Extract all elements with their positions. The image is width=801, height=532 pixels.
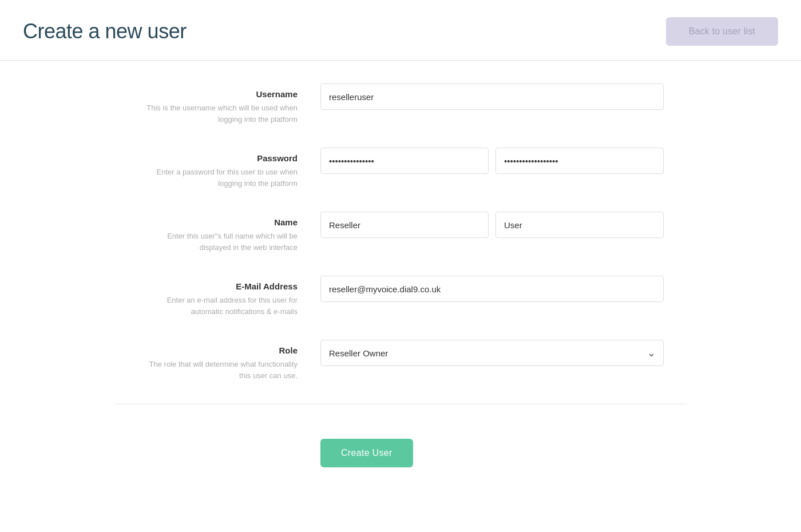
password-description: Enter a password for this user to use wh…	[157, 168, 298, 188]
name-description: Enter this user"s full name which will b…	[167, 232, 298, 252]
email-description: Enter an e-mail address for this user fo…	[167, 296, 298, 316]
password-input[interactable]	[320, 148, 489, 174]
first-name-input[interactable]	[320, 212, 489, 238]
back-to-user-list-button[interactable]: Back to user list	[666, 17, 778, 46]
username-description: This is the username which will be used …	[146, 104, 298, 124]
email-row: E-Mail Address Enter an e-mail address f…	[114, 276, 687, 317]
password-label-section: Password Enter a password for this user …	[137, 148, 320, 189]
name-label: Name	[137, 217, 298, 227]
username-row: Username This is the username which will…	[114, 84, 687, 125]
email-label: E-Mail Address	[137, 281, 298, 291]
page-header: Create a new user Back to user list	[0, 0, 801, 61]
create-user-button[interactable]: Create User	[320, 439, 413, 467]
role-inputs: Reseller Owner Reseller Admin Reseller U…	[320, 340, 664, 366]
email-inputs	[320, 276, 664, 302]
name-inputs	[320, 212, 664, 238]
password-label: Password	[137, 153, 298, 163]
username-input[interactable]	[320, 84, 664, 110]
username-inputs	[320, 84, 664, 110]
last-name-input[interactable]	[495, 212, 664, 238]
username-label-section: Username This is the username which will…	[137, 84, 320, 125]
email-label-section: E-Mail Address Enter an e-mail address f…	[137, 276, 320, 317]
email-input[interactable]	[320, 276, 664, 302]
form-divider	[114, 404, 687, 404]
username-label: Username	[137, 89, 298, 99]
role-label-section: Role The role that will determine what f…	[137, 340, 320, 381]
name-label-section: Name Enter this user"s full name which w…	[137, 212, 320, 253]
password-inputs	[320, 148, 664, 174]
role-select[interactable]: Reseller Owner Reseller Admin Reseller U…	[320, 340, 664, 366]
password-confirm-input[interactable]	[495, 148, 664, 174]
name-row: Name Enter this user"s full name which w…	[114, 212, 687, 253]
page-title: Create a new user	[23, 19, 187, 43]
role-description: The role that will determine what functi…	[149, 360, 298, 380]
role-row: Role The role that will determine what f…	[114, 340, 687, 381]
create-user-form: Username This is the username which will…	[114, 61, 687, 507]
role-label: Role	[137, 346, 298, 355]
password-row: Password Enter a password for this user …	[114, 148, 687, 189]
role-select-wrapper: Reseller Owner Reseller Admin Reseller U…	[320, 340, 664, 366]
form-footer: Create User	[114, 422, 687, 485]
